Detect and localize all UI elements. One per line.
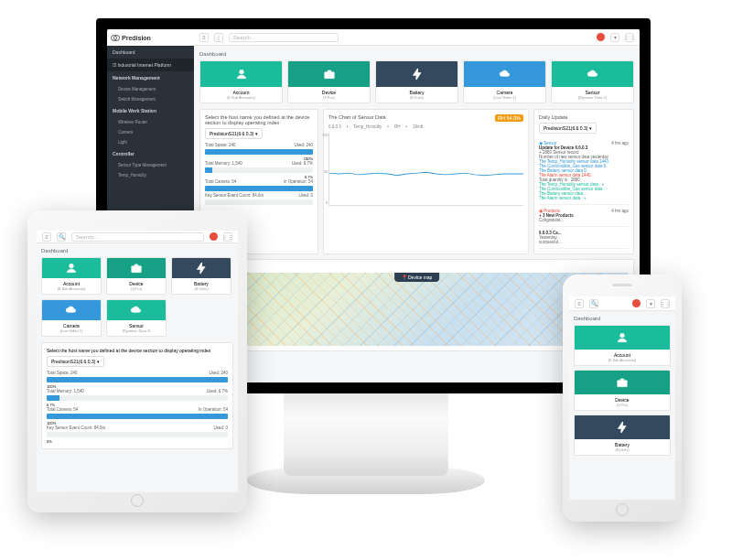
chart-panel: The Chart of Sensor DataRH 54.0% 6.6.0.3… [323,109,529,254]
tablet-tiles: Account(0 Sub Accounts) Device(1 Pcs) Ba… [41,257,233,337]
search-button[interactable]: 🔍 [589,299,598,308]
tablet-host-dropdown[interactable]: PredisionS21(6.6.0.3) ▾ [47,356,104,367]
sidebar-item-sensor-type[interactable]: Sensor Type Management [107,160,194,170]
tile-sensor[interactable]: Sensor(Dynamic Data 2) [106,299,167,337]
chart-tab[interactable]: 6.6.0.3 [328,124,341,129]
tablet-search[interactable]: Search... [71,232,204,242]
update-time: 4 hrs ago [611,141,629,145]
svg-point-4 [620,333,625,338]
host-dropdown[interactable]: PredisionS21(6.6.0.3) ▾ [205,128,263,139]
menu2-button[interactable]: ▾ [610,33,619,42]
tile-camera[interactable]: Camera(Live Video 1) [41,299,102,337]
grid-button[interactable]: ⋮ [214,33,223,42]
user-icon [65,262,78,275]
brand-logo[interactable]: Predision [107,29,194,46]
progress-bar [47,377,228,382]
tile-sub: (Dynamic Data 2) [109,328,164,333]
menu2-button[interactable]: ▾ [646,299,655,308]
menu-button[interactable]: ≡ [42,232,51,242]
logo-icon [111,33,120,42]
svg-point-2 [70,264,74,268]
svg-rect-1 [324,72,334,79]
update-time: 4 hrs ago [611,209,629,213]
phone-tile-battery[interactable]: Battery(8 Units) [574,415,671,456]
menu-button[interactable]: ≡ [199,33,209,42]
tile-sub: (8 Units) [576,447,668,452]
phone-tile-account[interactable]: Account(0 Sub Accounts) [574,325,671,366]
sidebar-item-light[interactable]: Light [107,137,194,147]
tile-sub: (8 Units) [174,286,229,291]
bar-label: Total Memory: 1,540Used: 6.7% [205,161,313,166]
tablet-host-panel: Select the host name you defined at the … [41,342,233,449]
menu-button[interactable]: ≡ [575,299,584,308]
notification-badge[interactable] [210,232,218,241]
daily-update-panel: Daily Update PredisionS21(6.6.0.3) ▾ ◉ S… [533,109,634,254]
tile-battery[interactable]: Battery(8 Units) [171,257,231,295]
chart-tab[interactable]: RH [394,124,401,129]
chart-title: The Chart of Sensor Data [328,114,386,122]
sidebar-item-platform[interactable]: ☑ Industrial Internet Platform [107,59,194,71]
tile-battery[interactable]: Battery(8 Units) [375,60,458,103]
apps-button[interactable]: ⋮⋮ [223,232,232,242]
tile-sub: (Dynamic Data 2) [554,95,631,100]
chart-badge: RH 54.0% [495,114,523,122]
update-item[interactable]: ◉ Sensor4 hrs ago Update for Device 6.6.… [539,137,629,205]
phone-device: ≡ 🔍 ▾ ⋮⋮ Dashboard Account(0 Sub Account… [563,275,682,522]
briefcase-icon [616,376,629,389]
tile-sub: (0 Sub Accounts) [576,358,668,362]
sidebar-item-dashboard[interactable]: Dashboard [107,46,194,59]
tablet-device: ≡ 🔍 Search... ⋮⋮ Dashboard Account(0 Sub… [27,210,247,512]
tile-account[interactable]: Account(0 Sub Accounts) [199,60,283,103]
phone-topbar: ≡ 🔍 ▾ ⋮⋮ [569,296,675,311]
sidebar-item-controller[interactable]: Controller [107,147,194,160]
tile-sensor[interactable]: Sensor(Dynamic Data 2) [551,60,634,103]
tile-account[interactable]: Account(0 Sub Accounts) [41,257,102,295]
brand-name: Predision [122,35,151,41]
tile-device[interactable]: Device(1 Pcs) [287,60,371,103]
tile-sub: (1 Pcs) [109,286,164,291]
search-button[interactable]: 🔍 [57,232,66,242]
host-panel-title: Select the host name you defined at the … [205,114,313,125]
sidebar-item-device-mgmt[interactable]: Device Management [107,84,194,94]
sidebar-item-mobile-ws[interactable]: Mobile Work Station [107,104,194,117]
search-input[interactable]: Search... [229,33,339,42]
phone-speaker [612,284,632,286]
tablet-home-button[interactable] [131,494,144,507]
update-item[interactable]: ◉ Products4 hrs ago + 3 New Products Con… [539,205,629,227]
monitor-stand [284,393,448,476]
briefcase-icon [323,68,336,81]
panel-row: Select the host name you defined at the … [199,109,634,254]
user-icon [235,68,248,81]
phone-home-button[interactable] [616,503,629,516]
apps-button[interactable]: ⋮⋮ [625,33,634,42]
tile-camera[interactable]: Camera(Live Video 1) [463,60,546,103]
apps-button[interactable]: ⋮⋮ [661,299,670,308]
tablet-topbar: ≡ 🔍 Search... ⋮⋮ [37,231,238,243]
notification-badge[interactable] [597,33,605,41]
tile-device[interactable]: Device(1 Pcs) [106,257,167,295]
tile-sub: (0 Sub Accounts) [44,286,99,291]
tile-sub: (Live Video 1) [44,328,99,333]
stat-tiles: Account(0 Sub Accounts) Device(1 Pcs) Ba… [199,60,634,103]
breadcrumb: Dashboard [199,51,634,57]
sidebar-item-network[interactable]: Network Management [107,71,194,84]
sidebar-item-switch-mgmt[interactable]: Switch Management [107,94,194,104]
svg-point-0 [239,70,243,74]
update-item[interactable]: 6.6.0.3 Ca... Yesterday... successful... [539,227,629,249]
tile-sub: (Live Video 1) [466,95,544,100]
sidebar-item-router[interactable]: Wireless Router [107,117,194,127]
phone-screen: ≡ 🔍 ▾ ⋮⋮ Dashboard Account(0 Sub Account… [569,296,675,500]
topbar: ≡ ⋮ Search... ▾ ⋮⋮ [194,29,640,46]
phone-tile-device[interactable]: Device(1 Pcs) [574,370,671,411]
update-dropdown[interactable]: PredisionS21(6.6.0.3) ▾ [539,123,597,134]
notification-badge[interactable] [632,299,640,307]
progress-bar-memory [205,167,313,173]
sidebar-item-temp-humidity[interactable]: Temp_Humidity [107,170,194,180]
svg-rect-5 [618,381,628,387]
chart-tab[interactable]: Temp_Humidity [353,124,382,129]
tablet-breadcrumb: Dashboard [41,248,233,253]
sidebar-item-camera[interactable]: Camera [107,127,194,137]
chart-tab[interactable]: 19m6 [413,124,423,129]
map-title: The Device Map [205,264,629,270]
bar-label: Total Space: 240Used: 240 [205,143,313,147]
